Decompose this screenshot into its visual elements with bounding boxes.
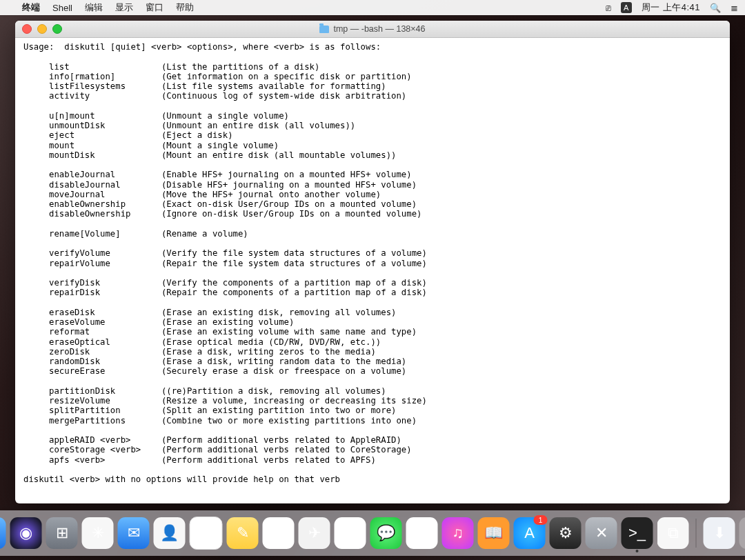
- menu-help[interactable]: 帮助: [176, 1, 194, 14]
- notifications-icon[interactable]: ≣: [731, 3, 738, 13]
- dock-notes[interactable]: ✎: [227, 517, 259, 549]
- folder-icon: [319, 26, 329, 33]
- dock-maps[interactable]: ✈: [299, 517, 330, 549]
- dock-launchpad[interactable]: ⊞: [46, 517, 78, 549]
- dock-sysprefs[interactable]: ⚙: [550, 517, 582, 549]
- dock-itunes[interactable]: ♫: [442, 517, 474, 549]
- menu-view[interactable]: 显示: [115, 1, 133, 14]
- dock-facetime[interactable]: ▢: [406, 517, 438, 549]
- dock-appstore[interactable]: A1: [514, 517, 546, 549]
- dock-separator: [696, 519, 697, 548]
- dock-ibooks[interactable]: 📖: [478, 517, 510, 549]
- badge: 1: [534, 515, 548, 525]
- dock-safari[interactable]: ✳: [82, 517, 114, 549]
- menubar: 终端 Shell 编辑 显示 窗口 帮助 ⎚ A 周一 上午4:41 🔍 ≣: [0, 0, 745, 15]
- terminal-window: tmp — -bash — 138×46 Usage: diskutil [qu…: [15, 21, 730, 503]
- dock-messages[interactable]: 💬: [370, 517, 402, 549]
- input-source-icon[interactable]: A: [621, 2, 632, 13]
- menu-window[interactable]: 窗口: [146, 1, 163, 14]
- airplay-icon[interactable]: ⎚: [606, 3, 611, 13]
- dock-contacts[interactable]: 👤: [154, 517, 186, 549]
- terminal-output[interactable]: Usage: diskutil [quiet] <verb> <options>…: [15, 38, 730, 503]
- dock-reminders[interactable]: ☰: [263, 517, 295, 549]
- dock-downloads[interactable]: ⬇: [704, 517, 735, 549]
- window-title: tmp — -bash — 138×46: [333, 24, 425, 34]
- dock: ☺◉⊞✳✉👤13✎☰✈✿💬▢♫📖A1⚙✕>_⧉⬇🗑: [0, 510, 745, 556]
- dock-mail[interactable]: ✉: [118, 517, 150, 549]
- titlebar[interactable]: tmp — -bash — 138×46: [15, 21, 730, 38]
- running-indicator: [636, 550, 639, 552]
- clock[interactable]: 周一 上午4:41: [642, 1, 700, 14]
- dock-utility[interactable]: ✕: [586, 517, 617, 549]
- dock-activity[interactable]: ⧉: [657, 517, 689, 549]
- dock-trash[interactable]: 🗑: [739, 517, 746, 549]
- dock-terminal[interactable]: >_: [622, 517, 653, 549]
- menu-edit[interactable]: 编辑: [85, 1, 103, 14]
- dock-siri[interactable]: ◉: [10, 517, 42, 549]
- dock-calendar[interactable]: 13: [190, 517, 223, 550]
- dock-photos[interactable]: ✿: [335, 517, 366, 549]
- spotlight-icon[interactable]: 🔍: [710, 3, 721, 13]
- app-menu[interactable]: 终端: [22, 1, 40, 14]
- menu-shell[interactable]: Shell: [52, 3, 72, 13]
- dock-finder[interactable]: ☺: [0, 517, 6, 549]
